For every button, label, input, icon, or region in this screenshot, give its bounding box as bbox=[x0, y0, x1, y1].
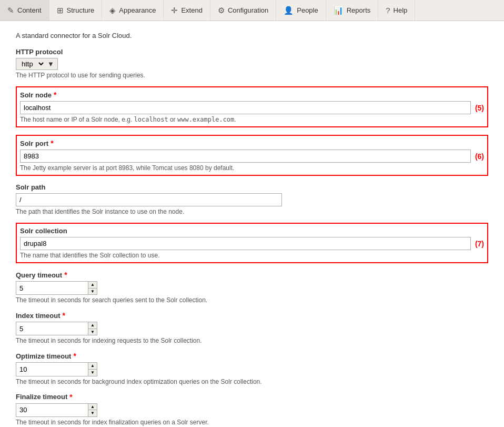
content-icon: ✎ bbox=[7, 6, 14, 15]
index-timeout-down[interactable]: ▼ bbox=[88, 329, 97, 335]
query-timeout-spinner[interactable]: ▲ ▼ bbox=[16, 281, 97, 295]
index-timeout-group: Index timeout * ▲ ▼ The timeout in secon… bbox=[16, 311, 488, 344]
index-timeout-spinner[interactable]: ▲ ▼ bbox=[16, 322, 97, 335]
structure-icon: ⊞ bbox=[57, 6, 64, 15]
finalize-timeout-label: Finalize timeout * bbox=[16, 393, 488, 401]
finalize-timeout-spinner-buttons: ▲ ▼ bbox=[88, 404, 97, 416]
query-timeout-label: Query timeout * bbox=[16, 271, 488, 279]
optimize-timeout-input[interactable] bbox=[16, 363, 88, 375]
solr-path-input[interactable] bbox=[16, 193, 282, 206]
finalize-timeout-down[interactable]: ▼ bbox=[88, 410, 97, 416]
solr-node-input-row: (5) bbox=[20, 101, 484, 114]
solr-port-border-box: Solr port * (6) The Jetty example server… bbox=[16, 135, 488, 176]
solr-collection-description: The name that identifies the Solr collec… bbox=[20, 252, 484, 259]
nav-appearance[interactable]: ◈ Appearance bbox=[102, 0, 164, 21]
solr-collection-label: Solr collection bbox=[20, 227, 484, 235]
solr-node-label: Solr node * bbox=[20, 91, 484, 99]
optimize-timeout-description: The timeout in seconds for background in… bbox=[16, 378, 488, 385]
optimize-timeout-group: Optimize timeout * ▲ ▼ The timeout in se… bbox=[16, 352, 488, 385]
http-protocol-group: HTTP protocol http https ▼ The HTTP prot… bbox=[16, 48, 488, 79]
finalize-timeout-group: Finalize timeout * ▲ ▼ The timeout in se… bbox=[16, 393, 488, 426]
page-description: A standard connector for a Solr Cloud. bbox=[16, 32, 488, 39]
help-icon: ? bbox=[386, 6, 390, 15]
query-timeout-up[interactable]: ▲ bbox=[88, 282, 97, 289]
optimize-timeout-spinner-buttons: ▲ ▼ bbox=[88, 363, 97, 375]
index-timeout-input[interactable] bbox=[16, 323, 88, 335]
optimize-timeout-up[interactable]: ▲ bbox=[88, 363, 97, 370]
finalize-timeout-input[interactable] bbox=[16, 404, 88, 416]
http-protocol-select[interactable]: http https bbox=[19, 59, 45, 68]
people-icon: 👤 bbox=[284, 6, 294, 15]
optimize-timeout-label: Optimize timeout * bbox=[16, 352, 488, 360]
solr-collection-input[interactable] bbox=[20, 237, 471, 250]
solr-collection-annotation: (7) bbox=[475, 240, 484, 248]
optimize-timeout-down[interactable]: ▼ bbox=[88, 370, 97, 376]
solr-collection-border-box: Solr collection (7) The name that identi… bbox=[16, 223, 488, 263]
solr-collection-input-row: (7) bbox=[20, 237, 484, 250]
solr-path-group: Solr path The path that identifies the S… bbox=[16, 183, 488, 215]
dropdown-arrow-icon: ▼ bbox=[47, 60, 54, 68]
http-protocol-select-wrapper[interactable]: http https ▼ bbox=[16, 58, 58, 70]
http-protocol-label: HTTP protocol bbox=[16, 48, 488, 56]
appearance-icon: ◈ bbox=[109, 6, 116, 15]
finalize-timeout-up[interactable]: ▲ bbox=[88, 404, 97, 411]
solr-port-input[interactable] bbox=[20, 150, 471, 163]
nav-reports[interactable]: 📊 Reports bbox=[326, 0, 379, 21]
optimize-timeout-spinner[interactable]: ▲ ▼ bbox=[16, 362, 97, 376]
index-timeout-description: The timeout in seconds for indexing requ… bbox=[16, 337, 488, 344]
solr-port-group: Solr port * (6) The Jetty example server… bbox=[16, 135, 488, 176]
query-timeout-description: The timeout in seconds for search querie… bbox=[16, 296, 488, 304]
solr-node-annotation: (5) bbox=[475, 104, 484, 112]
finalize-timeout-description: The timeout in seconds for index finaliz… bbox=[16, 419, 488, 426]
index-timeout-up[interactable]: ▲ bbox=[88, 322, 97, 329]
solr-port-label: Solr port * bbox=[20, 139, 484, 147]
query-timeout-input[interactable] bbox=[16, 282, 88, 294]
query-timeout-down[interactable]: ▼ bbox=[88, 289, 97, 295]
query-timeout-group: Query timeout * ▲ ▼ The timeout in secon… bbox=[16, 271, 488, 304]
configuration-icon: ⚙ bbox=[218, 6, 225, 15]
query-timeout-spinner-buttons: ▲ ▼ bbox=[88, 282, 97, 294]
solr-port-description: The Jetty example server is at port 8983… bbox=[20, 164, 484, 172]
optimize-timeout-required: * bbox=[73, 352, 76, 360]
solr-path-description: The path that identifies the Solr instan… bbox=[16, 208, 488, 215]
main-content: A standard connector for a Solr Cloud. H… bbox=[0, 21, 504, 427]
index-timeout-label: Index timeout * bbox=[16, 311, 488, 320]
solr-collection-group: Solr collection (7) The name that identi… bbox=[16, 223, 488, 263]
nav-people[interactable]: 👤 People bbox=[276, 0, 326, 21]
nav-extend[interactable]: ✛ Extend bbox=[164, 0, 210, 21]
index-timeout-required: * bbox=[63, 311, 65, 320]
finalize-timeout-spinner[interactable]: ▲ ▼ bbox=[16, 403, 97, 417]
query-timeout-required: * bbox=[64, 271, 67, 279]
nav-configuration[interactable]: ⚙ Configuration bbox=[210, 0, 276, 21]
top-navigation: ✎ Content ⊞ Structure ◈ Appearance ✛ Ext… bbox=[0, 0, 504, 21]
solr-port-input-row: (6) bbox=[20, 150, 484, 163]
nav-content[interactable]: ✎ Content bbox=[0, 0, 49, 21]
reports-icon: 📊 bbox=[334, 6, 344, 15]
extend-icon: ✛ bbox=[171, 6, 178, 15]
nav-help[interactable]: ? Help bbox=[378, 0, 415, 21]
index-timeout-spinner-buttons: ▲ ▼ bbox=[88, 322, 97, 335]
http-protocol-description: The HTTP protocol to use for sending que… bbox=[16, 72, 488, 79]
solr-node-description: The host name or IP of a Solr node, e.g.… bbox=[20, 116, 484, 123]
solr-node-required: * bbox=[54, 91, 56, 99]
nav-structure[interactable]: ⊞ Structure bbox=[49, 0, 103, 21]
solr-port-annotation: (6) bbox=[475, 152, 484, 161]
solr-node-border-box: Solr node * (5) The host name or IP of a… bbox=[16, 86, 488, 127]
solr-path-label: Solr path bbox=[16, 183, 488, 191]
solr-node-input[interactable] bbox=[20, 101, 471, 114]
finalize-timeout-required: * bbox=[69, 393, 72, 401]
solr-port-required: * bbox=[51, 139, 53, 147]
solr-node-group: Solr node * (5) The host name or IP of a… bbox=[16, 86, 488, 127]
